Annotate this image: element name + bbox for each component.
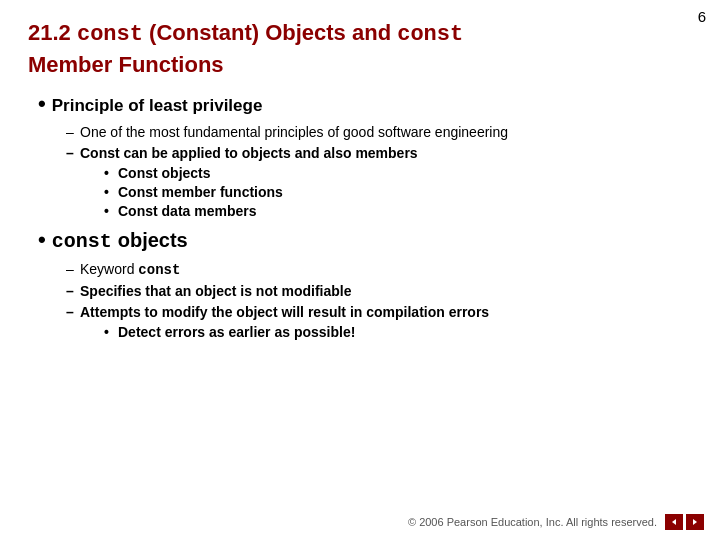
const-sub-2: Const member functions [104, 184, 692, 200]
title-line2: Member Functions [28, 52, 224, 77]
svg-marker-1 [693, 519, 697, 525]
principle-sub-1-text: One of the most fundamental principles o… [80, 124, 508, 140]
const-obj-sub-1: Keyword const [66, 261, 692, 278]
slide-title: 21.2 const (Constant) Objects and const … [28, 18, 692, 79]
slide-number: 6 [698, 8, 706, 25]
const-sub-1: Const objects [104, 165, 692, 181]
const-sub-2-text: Const member functions [118, 184, 283, 200]
next-button[interactable] [686, 514, 704, 530]
principle-sub-2: Const can be applied to objects and also… [66, 145, 692, 219]
detect-errors-item: Detect errors as earlier as possible! [104, 324, 692, 340]
const-obj-sub-2-text: Specifies that an object is not modifiab… [80, 283, 352, 299]
title-part1: 21.2 [28, 20, 77, 45]
title-part2: (Constant) Objects and [143, 20, 397, 45]
const-obj-sub-3: Attempts to modify the object will resul… [66, 304, 692, 340]
detect-errors-text: Detect errors as earlier as possible! [118, 324, 355, 340]
title-mono1: const [77, 22, 143, 47]
bullet-principle: • Principle of least privilege [38, 93, 692, 116]
bullet-const-text: objects [118, 229, 188, 252]
const-obj-sub-3-text: Attempts to modify the object will resul… [80, 304, 489, 320]
bullet-const-objects: • const objects [38, 229, 692, 253]
principle-sublist: One of the most fundamental principles o… [38, 124, 692, 219]
const-objects-sublist: Keyword const Specifies that an object i… [38, 261, 692, 340]
const-sub-1-text: Const objects [118, 165, 211, 181]
slide-footer: © 2006 Pearson Education, Inc. All right… [408, 514, 704, 530]
bullet-const-mono: const [52, 230, 112, 253]
const-obj-sub-1-mono: const [138, 262, 180, 278]
copyright-text: © 2006 Pearson Education, Inc. All right… [408, 516, 657, 528]
slide: 6 21.2 const (Constant) Objects and cons… [0, 0, 720, 540]
slide-content: • Principle of least privilege One of th… [28, 93, 692, 340]
bullet-principle-text: Principle of least privilege [52, 96, 263, 116]
const-obj-sub-2: Specifies that an object is not modifiab… [66, 283, 692, 299]
principle-sub-1: One of the most fundamental principles o… [66, 124, 692, 140]
const-applies-sublist: Const objects Const member functions Con… [80, 165, 692, 219]
principle-sub-2-text: Const can be applied to objects and also… [80, 145, 418, 161]
svg-marker-0 [672, 519, 676, 525]
const-obj-sub-1-label: Keyword [80, 261, 138, 277]
const-sub-3-text: Const data members [118, 203, 256, 219]
prev-button[interactable] [665, 514, 683, 530]
detect-errors-sublist: Detect errors as earlier as possible! [80, 324, 692, 340]
nav-buttons[interactable] [665, 514, 704, 530]
title-mono2: const [397, 22, 463, 47]
const-sub-3: Const data members [104, 203, 692, 219]
